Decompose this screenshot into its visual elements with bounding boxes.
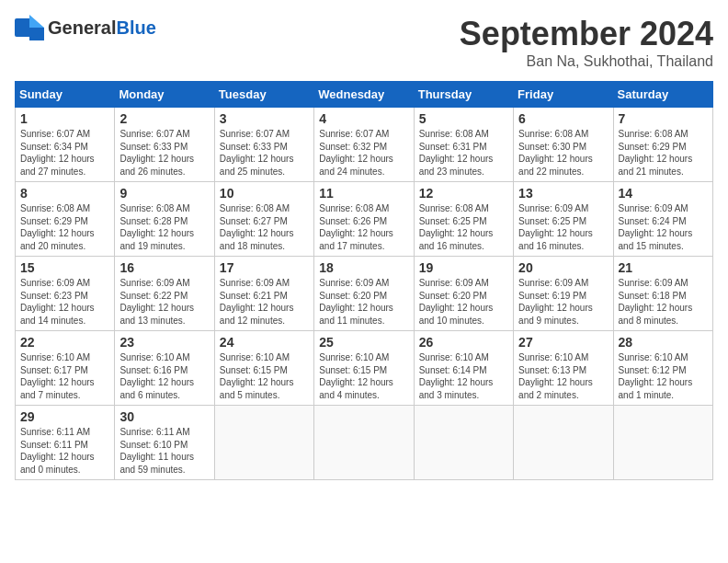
day-header-friday: Friday (514, 82, 613, 108)
day-number: 26 (419, 335, 508, 350)
day-number: 27 (518, 335, 608, 350)
day-number: 25 (319, 335, 408, 350)
calendar-cell: 20Sunrise: 6:09 AMSunset: 6:19 PMDayligh… (514, 257, 613, 331)
day-number: 20 (518, 260, 608, 275)
calendar-week-4: 22Sunrise: 6:10 AMSunset: 6:17 PMDayligh… (16, 331, 713, 406)
title-section: September 2024 Ban Na, Sukhothai, Thaila… (460, 15, 713, 70)
calendar-cell: 27Sunrise: 6:10 AMSunset: 6:13 PMDayligh… (514, 331, 613, 406)
location-title: Ban Na, Sukhothai, Thailand (460, 53, 713, 70)
logo-blue: Blue (116, 17, 155, 38)
day-header-saturday: Saturday (613, 82, 712, 108)
day-number: 22 (20, 335, 109, 350)
calendar-cell: 5Sunrise: 6:08 AMSunset: 6:31 PMDaylight… (414, 108, 513, 182)
cell-content: Sunrise: 6:10 AMSunset: 6:14 PMDaylight:… (419, 351, 508, 401)
day-number: 4 (319, 111, 408, 126)
calendar-cell: 23Sunrise: 6:10 AMSunset: 6:16 PMDayligh… (115, 331, 214, 406)
cell-content: Sunrise: 6:07 AMSunset: 6:32 PMDaylight:… (319, 128, 408, 178)
day-number: 29 (20, 409, 109, 424)
calendar-cell: 15Sunrise: 6:09 AMSunset: 6:23 PMDayligh… (16, 257, 115, 331)
calendar-week-5: 29Sunrise: 6:11 AMSunset: 6:11 PMDayligh… (16, 406, 713, 480)
cell-content: Sunrise: 6:09 AMSunset: 6:21 PMDaylight:… (220, 277, 309, 327)
day-header-monday: Monday (115, 82, 214, 108)
calendar-cell: 28Sunrise: 6:10 AMSunset: 6:12 PMDayligh… (613, 331, 712, 406)
cell-content: Sunrise: 6:07 AMSunset: 6:33 PMDaylight:… (119, 128, 209, 178)
day-number: 10 (220, 186, 309, 201)
calendar-cell: 18Sunrise: 6:09 AMSunset: 6:20 PMDayligh… (314, 257, 414, 331)
day-number: 30 (119, 409, 209, 424)
cell-content: Sunrise: 6:08 AMSunset: 6:28 PMDaylight:… (119, 202, 209, 252)
cell-content: Sunrise: 6:08 AMSunset: 6:29 PMDaylight:… (20, 202, 109, 252)
calendar-cell: 4Sunrise: 6:07 AMSunset: 6:32 PMDaylight… (314, 108, 414, 182)
day-number: 7 (619, 111, 708, 126)
cell-content: Sunrise: 6:08 AMSunset: 6:25 PMDaylight:… (419, 202, 508, 252)
month-title: September 2024 (460, 15, 713, 53)
calendar-cell: 14Sunrise: 6:09 AMSunset: 6:24 PMDayligh… (613, 182, 712, 257)
calendar-cell: 6Sunrise: 6:08 AMSunset: 6:30 PMDaylight… (514, 108, 613, 182)
day-number: 19 (419, 260, 508, 275)
calendar-cell: 3Sunrise: 6:07 AMSunset: 6:33 PMDaylight… (214, 108, 313, 182)
calendar-week-1: 1Sunrise: 6:07 AMSunset: 6:34 PMDaylight… (16, 108, 713, 182)
day-header-wednesday: Wednesday (314, 82, 414, 108)
calendar-cell: 11Sunrise: 6:08 AMSunset: 6:26 PMDayligh… (314, 182, 414, 257)
cell-content: Sunrise: 6:10 AMSunset: 6:15 PMDaylight:… (319, 351, 408, 401)
cell-content: Sunrise: 6:09 AMSunset: 6:22 PMDaylight:… (119, 277, 209, 327)
calendar-cell: 17Sunrise: 6:09 AMSunset: 6:21 PMDayligh… (214, 257, 313, 331)
cell-content: Sunrise: 6:10 AMSunset: 6:16 PMDaylight:… (119, 351, 209, 401)
cell-content: Sunrise: 6:08 AMSunset: 6:26 PMDaylight:… (319, 202, 408, 252)
day-number: 15 (20, 260, 109, 275)
calendar-table: SundayMondayTuesdayWednesdayThursdayFrid… (15, 81, 713, 480)
calendar-cell: 16Sunrise: 6:09 AMSunset: 6:22 PMDayligh… (115, 257, 214, 331)
cell-content: Sunrise: 6:11 AMSunset: 6:11 PMDaylight:… (20, 426, 109, 476)
calendar-cell: 22Sunrise: 6:10 AMSunset: 6:17 PMDayligh… (16, 331, 115, 406)
logo-general: General (48, 17, 116, 38)
cell-content: Sunrise: 6:09 AMSunset: 6:25 PMDaylight:… (518, 202, 608, 252)
calendar-cell: 8Sunrise: 6:08 AMSunset: 6:29 PMDaylight… (16, 182, 115, 257)
cell-content: Sunrise: 6:09 AMSunset: 6:20 PMDaylight:… (319, 277, 408, 327)
calendar-week-2: 8Sunrise: 6:08 AMSunset: 6:29 PMDaylight… (16, 182, 713, 257)
day-header-thursday: Thursday (414, 82, 513, 108)
day-number: 8 (20, 186, 109, 201)
calendar-cell: 30Sunrise: 6:11 AMSunset: 6:10 PMDayligh… (115, 406, 214, 480)
day-number: 17 (220, 260, 309, 275)
calendar-cell: 25Sunrise: 6:10 AMSunset: 6:15 PMDayligh… (314, 331, 414, 406)
svg-marker-2 (29, 28, 44, 40)
day-number: 2 (119, 111, 209, 126)
day-header-sunday: Sunday (16, 82, 115, 108)
cell-content: Sunrise: 6:08 AMSunset: 6:31 PMDaylight:… (419, 128, 508, 178)
cell-content: Sunrise: 6:09 AMSunset: 6:18 PMDaylight:… (619, 277, 708, 327)
day-number: 3 (220, 111, 309, 126)
calendar-cell: 7Sunrise: 6:08 AMSunset: 6:29 PMDaylight… (613, 108, 712, 182)
calendar-week-3: 15Sunrise: 6:09 AMSunset: 6:23 PMDayligh… (16, 257, 713, 331)
calendar-cell (613, 406, 712, 480)
day-number: 11 (319, 186, 408, 201)
day-number: 18 (319, 260, 408, 275)
day-header-tuesday: Tuesday (214, 82, 313, 108)
svg-rect-0 (15, 18, 31, 37)
calendar-cell: 10Sunrise: 6:08 AMSunset: 6:27 PMDayligh… (214, 182, 313, 257)
cell-content: Sunrise: 6:09 AMSunset: 6:19 PMDaylight:… (518, 277, 608, 327)
day-number: 24 (220, 335, 309, 350)
day-number: 9 (119, 186, 209, 201)
page-header: GeneralBlue September 2024 Ban Na, Sukho… (15, 15, 713, 70)
day-number: 5 (419, 111, 508, 126)
cell-content: Sunrise: 6:09 AMSunset: 6:20 PMDaylight:… (419, 277, 508, 327)
calendar-cell: 24Sunrise: 6:10 AMSunset: 6:15 PMDayligh… (214, 331, 313, 406)
day-number: 6 (518, 111, 608, 126)
calendar-cell: 9Sunrise: 6:08 AMSunset: 6:28 PMDaylight… (115, 182, 214, 257)
cell-content: Sunrise: 6:07 AMSunset: 6:33 PMDaylight:… (220, 128, 309, 178)
calendar-cell: 19Sunrise: 6:09 AMSunset: 6:20 PMDayligh… (414, 257, 513, 331)
cell-content: Sunrise: 6:10 AMSunset: 6:12 PMDaylight:… (619, 351, 708, 401)
cell-content: Sunrise: 6:07 AMSunset: 6:34 PMDaylight:… (20, 128, 109, 178)
calendar-cell: 1Sunrise: 6:07 AMSunset: 6:34 PMDaylight… (16, 108, 115, 182)
logo: GeneralBlue (15, 15, 156, 40)
cell-content: Sunrise: 6:11 AMSunset: 6:10 PMDaylight:… (119, 426, 209, 476)
cell-content: Sunrise: 6:09 AMSunset: 6:24 PMDaylight:… (619, 202, 708, 252)
calendar-cell (514, 406, 613, 480)
day-number: 21 (619, 260, 708, 275)
day-number: 12 (419, 186, 508, 201)
cell-content: Sunrise: 6:09 AMSunset: 6:23 PMDaylight:… (20, 277, 109, 327)
calendar-cell: 12Sunrise: 6:08 AMSunset: 6:25 PMDayligh… (414, 182, 513, 257)
svg-marker-1 (29, 15, 44, 28)
calendar-cell: 29Sunrise: 6:11 AMSunset: 6:11 PMDayligh… (16, 406, 115, 480)
day-number: 28 (619, 335, 708, 350)
